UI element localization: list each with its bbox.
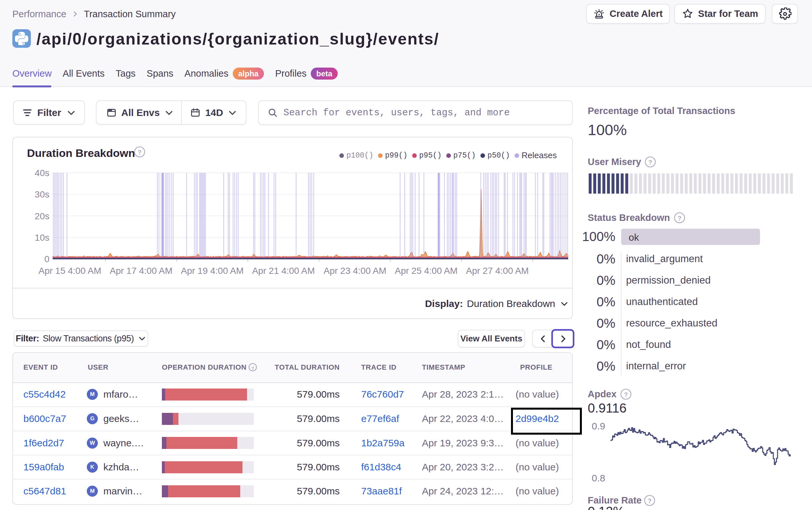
svg-text:Apr 19 4:00 AM: Apr 19 4:00 AM	[181, 266, 243, 276]
svg-text:30s: 30s	[35, 189, 50, 200]
svg-text:10s: 10s	[35, 233, 50, 243]
svg-text:0: 0	[44, 254, 50, 264]
svg-text:?: ?	[624, 391, 628, 398]
svg-text:40s: 40s	[35, 168, 50, 178]
svg-text:Apr 25 4:00 AM: Apr 25 4:00 AM	[395, 266, 457, 276]
svg-text:?: ?	[648, 158, 652, 166]
svg-text:0.8: 0.8	[591, 473, 605, 483]
svg-text:Apr 27 4:00 AM: Apr 27 4:00 AM	[466, 266, 528, 276]
svg-text:Apr 15 4:00 AM: Apr 15 4:00 AM	[38, 266, 101, 276]
svg-text:?: ?	[647, 497, 651, 504]
svg-text:?: ?	[138, 148, 141, 156]
svg-text:Apr 21 4:00 AM: Apr 21 4:00 AM	[252, 266, 315, 276]
svg-text:Apr 23 4:00 AM: Apr 23 4:00 AM	[323, 266, 386, 276]
svg-text:?: ?	[677, 214, 681, 221]
svg-text:20s: 20s	[35, 211, 50, 221]
svg-text:0.9: 0.9	[591, 421, 605, 431]
svg-text:?: ?	[251, 365, 254, 371]
svg-text:Apr 17 4:00 AM: Apr 17 4:00 AM	[110, 266, 172, 276]
